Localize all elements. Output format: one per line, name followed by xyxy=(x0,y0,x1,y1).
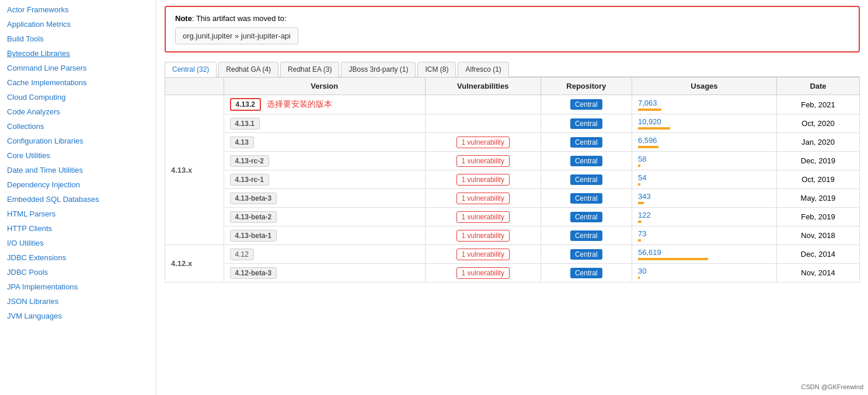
version-cell: 4.13-beta-2 xyxy=(224,208,425,226)
sidebar-item-cache-implementations[interactable]: Cache Implementations xyxy=(0,75,156,90)
version-badge[interactable]: 4.13-rc-1 xyxy=(230,174,269,186)
vulnerability-cell: 1 vulnerability xyxy=(425,189,541,208)
usages-cell: 122 xyxy=(632,208,776,226)
callout-annotation: 选择要安装的版本 xyxy=(267,99,332,109)
sidebar-item-core-utilities[interactable]: Core Utilities xyxy=(0,148,156,163)
usages-cell: 73 xyxy=(632,226,776,245)
usages-bar xyxy=(638,127,670,130)
usages-bar xyxy=(638,221,642,223)
vulnerability-cell xyxy=(425,114,541,133)
version-badge[interactable]: 4.12 xyxy=(230,249,254,260)
version-group-label: 4.13.x xyxy=(165,95,224,245)
sidebar-item-application-metrics[interactable]: Application Metrics xyxy=(0,17,156,32)
central-badge: Central xyxy=(570,193,602,204)
col-repository: Repository xyxy=(541,78,632,95)
central-badge: Central xyxy=(570,230,602,241)
version-badge[interactable]: 4.13-beta-3 xyxy=(230,193,277,204)
tab-icm-(8)[interactable]: ICM (8) xyxy=(417,62,456,77)
sidebar-item-date-and-time-utilities[interactable]: Date and Time Utilities xyxy=(0,163,156,177)
date-cell: Feb, 2019 xyxy=(776,208,859,226)
vulnerability-badge: 1 vulnerability xyxy=(456,155,510,167)
vulnerability-badge: 1 vulnerability xyxy=(456,249,510,260)
watermark: CSDN @GKFreewind xyxy=(801,383,863,390)
vulnerability-badge: 1 vulnerability xyxy=(456,137,510,148)
sidebar-item-actor-frameworks[interactable]: Actor Frameworks xyxy=(0,2,156,17)
version-badge[interactable]: 4.12-beta-3 xyxy=(230,267,277,279)
sidebar-item-http-clients[interactable]: HTTP Clients xyxy=(0,221,156,236)
version-cell: 4.13.2选择要安装的版本 xyxy=(224,95,425,114)
usages-bar xyxy=(638,258,708,260)
sidebar-item-configuration-libraries[interactable]: Configuration Libraries xyxy=(0,134,156,148)
col-usages: Usages xyxy=(632,78,776,95)
sidebar-item-cloud-computing[interactable]: Cloud Computing xyxy=(0,90,156,104)
repository-cell: Central xyxy=(541,152,632,170)
vulnerability-cell: 1 vulnerability xyxy=(425,152,541,170)
usages-bar xyxy=(638,183,640,186)
usages-cell: 6,596 xyxy=(632,133,776,152)
date-cell: Oct, 2020 xyxy=(776,114,859,133)
sidebar-item-bytecode-libraries[interactable]: Bytecode Libraries xyxy=(0,46,156,61)
tab-redhat-ea-(3)[interactable]: Redhat EA (3) xyxy=(280,62,339,77)
table-row: 4.12-beta-31 vulnerabilityCentral30Nov, … xyxy=(165,264,860,282)
usages-bar xyxy=(638,146,658,148)
col-version: Version xyxy=(224,78,425,95)
note-box: Note: This artifact was moved to: org.ju… xyxy=(165,6,860,53)
central-badge: Central xyxy=(570,268,602,278)
usages-cell: 343 xyxy=(632,189,776,208)
version-badge[interactable]: 4.13 xyxy=(230,137,254,148)
version-badge[interactable]: 4.13-rc-2 xyxy=(230,155,269,167)
col-vulnerabilities: Vulnerabilities xyxy=(425,78,541,95)
tab-alfresco-(1)[interactable]: Alfresco (1) xyxy=(458,62,508,77)
version-cell: 4.13-beta-1 xyxy=(224,226,425,245)
central-badge: Central xyxy=(570,174,602,185)
sidebar-item-dependency-injection[interactable]: Dependency Injection xyxy=(0,177,156,192)
vulnerability-cell: 1 vulnerability xyxy=(425,133,541,152)
version-badge[interactable]: 4.13-beta-2 xyxy=(230,211,277,223)
sidebar-item-command-line-parsers[interactable]: Command Line Parsers xyxy=(0,61,156,75)
usages-count: 10,920 xyxy=(638,117,661,126)
vulnerability-cell: 1 vulnerability xyxy=(425,170,541,189)
sidebar-item-jpa-implementations[interactable]: JPA Implementations xyxy=(0,279,156,294)
tab-redhat-ga-(4)[interactable]: Redhat GA (4) xyxy=(218,62,278,77)
tab-jboss-3rd-party-(1)[interactable]: JBoss 3rd-party (1) xyxy=(341,62,416,77)
table-row: 4.13-beta-21 vulnerabilityCentral122Feb,… xyxy=(165,208,860,226)
usages-cell: 54 xyxy=(632,170,776,189)
table-row: 4.131 vulnerabilityCentral6,596Jan, 2020 xyxy=(165,133,860,152)
sidebar-item-jvm-languages[interactable]: JVM Languages xyxy=(0,309,156,323)
version-cell: 4.13 xyxy=(224,133,425,152)
artifact-path: org.junit.jupiter » junit-jupiter-api xyxy=(175,27,298,44)
col-group xyxy=(165,78,224,95)
date-cell: Nov, 2018 xyxy=(776,226,859,245)
usages-bar xyxy=(638,277,640,279)
tabs-container: Central (32)Redhat GA (4)Redhat EA (3)JB… xyxy=(165,62,860,77)
tab-central-(32)[interactable]: Central (32) xyxy=(165,62,217,77)
sidebar-item-collections[interactable]: Collections xyxy=(0,119,156,134)
note-label: Note xyxy=(175,14,192,23)
version-badge[interactable]: 4.13-beta-1 xyxy=(230,230,277,242)
usages-cell: 30 xyxy=(632,264,776,282)
repository-cell: Central xyxy=(541,189,632,208)
sidebar-item-jdbc-pools[interactable]: JDBC Pools xyxy=(0,265,156,279)
sidebar-item-jdbc-extensions[interactable]: JDBC Extensions xyxy=(0,250,156,265)
version-cell: 4.13-beta-3 xyxy=(224,189,425,208)
usages-bar xyxy=(638,165,640,167)
version-cell: 4.12 xyxy=(224,245,425,264)
vulnerability-cell xyxy=(425,95,541,114)
vulnerability-cell: 1 vulnerability xyxy=(425,264,541,282)
version-cell: 4.13-rc-1 xyxy=(224,170,425,189)
sidebar-item-html-parsers[interactable]: HTML Parsers xyxy=(0,207,156,221)
sidebar-item-json-libraries[interactable]: JSON Libraries xyxy=(0,294,156,309)
sidebar-item-build-tools[interactable]: Build Tools xyxy=(0,32,156,46)
central-badge: Central xyxy=(570,249,602,260)
sidebar-item-embedded-sql-databases[interactable]: Embedded SQL Databases xyxy=(0,192,156,207)
vulnerability-badge: 1 vulnerability xyxy=(456,267,510,279)
repository-cell: Central xyxy=(541,226,632,245)
central-badge: Central xyxy=(570,156,602,166)
version-badge[interactable]: 4.13.1 xyxy=(230,118,260,130)
vulnerability-cell: 1 vulnerability xyxy=(425,226,541,245)
vulnerability-cell: 1 vulnerability xyxy=(425,208,541,226)
sidebar-item-i/o-utilities[interactable]: I/O Utilities xyxy=(0,236,156,250)
sidebar-item-code-analyzers[interactable]: Code Analyzers xyxy=(0,104,156,119)
table-row: 4.13.1Central10,920Oct, 2020 xyxy=(165,114,860,133)
version-badge[interactable]: 4.13.2 xyxy=(230,98,261,111)
